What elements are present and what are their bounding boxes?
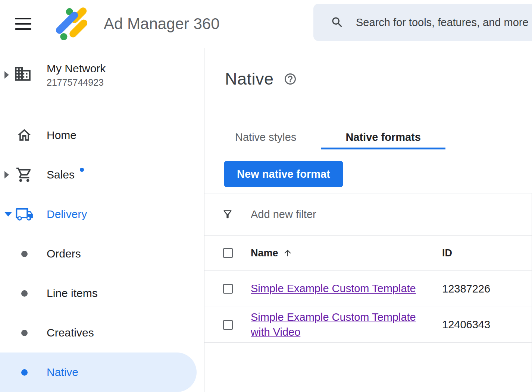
sidebar-item-label: Line items [47, 287, 98, 300]
sidebar-item-orders[interactable]: Orders [0, 234, 204, 274]
sidebar-item-label: Orders [47, 247, 81, 260]
table-row: Simple Example Custom Template with Vide… [204, 307, 532, 343]
native-format-link[interactable]: Simple Example Custom Template with Vide… [251, 311, 416, 338]
sidebar-item-label: Creatives [47, 326, 94, 339]
search-icon [331, 16, 344, 29]
sidebar-item-label: Delivery [47, 208, 87, 221]
column-header-label: Name [251, 247, 278, 259]
tab-native-styles[interactable]: Native styles [210, 125, 321, 149]
expand-down-icon[interactable] [4, 212, 12, 217]
top-bar: Ad Manager 360 [0, 0, 532, 48]
building-icon [13, 64, 32, 83]
help-icon[interactable] [284, 72, 297, 86]
network-id: 21775744923 [47, 77, 104, 88]
ad-manager-page: Ad Manager 360 My Network 21775744923 [0, 0, 532, 392]
ad-manager-logo[interactable] [54, 7, 89, 41]
bullet-icon [21, 330, 28, 336]
network-name: My Network [47, 62, 106, 75]
tab-label: Native styles [235, 131, 296, 143]
native-format-id: 12387226 [442, 283, 490, 295]
column-header-name[interactable]: Name [251, 247, 427, 259]
cart-icon [15, 166, 34, 183]
add-filter-label: Add new filter [251, 208, 316, 221]
table-header-row: Name ID [204, 235, 532, 271]
sidebar-item-line-items[interactable]: Line items [0, 274, 204, 313]
select-all-checkbox[interactable] [223, 248, 233, 258]
sidebar-item-label: Sales [47, 168, 75, 181]
sidebar-item-sales[interactable]: Sales [0, 155, 204, 195]
sidebar-item-label: Native [47, 366, 78, 379]
sidebar-nav: Home Sales Delivery [0, 100, 204, 392]
tab-label: Native formats [345, 131, 420, 143]
bullet-icon [21, 251, 28, 257]
expand-right-icon[interactable] [4, 171, 9, 178]
app-title: Ad Manager 360 [104, 15, 220, 33]
sidebar-item-label: Home [47, 129, 76, 142]
sidebar: My Network 21775744923 Home Sales [0, 48, 204, 392]
main-content: Native Native styles Native formats New … [204, 48, 532, 392]
bullet-icon [21, 369, 28, 376]
notification-dot [80, 168, 84, 172]
sort-up-icon [283, 248, 292, 258]
column-header-id: ID [442, 247, 452, 259]
page-title: Native [225, 69, 274, 89]
truck-icon [15, 205, 34, 224]
native-format-id: 12406343 [442, 319, 490, 331]
sidebar-item-creatives[interactable]: Creatives [0, 313, 204, 353]
add-filter-row[interactable]: Add new filter [204, 193, 532, 235]
tab-bar: Native styles Native formats [210, 125, 445, 149]
search-bar[interactable] [313, 4, 532, 41]
expand-right-icon[interactable] [4, 71, 9, 79]
native-format-link[interactable]: Simple Example Custom Template [251, 282, 416, 294]
tab-native-formats[interactable]: Native formats [321, 125, 445, 149]
search-input[interactable] [356, 16, 532, 29]
sidebar-item-home[interactable]: Home [0, 116, 204, 155]
hamburger-menu-icon[interactable] [15, 14, 31, 34]
row-checkbox[interactable] [223, 284, 233, 294]
table-empty-row [204, 343, 532, 382]
sidebar-item-delivery[interactable]: Delivery [0, 195, 204, 234]
page-title-row: Native [225, 69, 297, 89]
table-row: Simple Example Custom Template 12387226 [204, 271, 532, 307]
sidebar-item-native[interactable]: Native [0, 353, 197, 392]
new-native-format-button[interactable]: New native format [224, 161, 343, 187]
home-icon [15, 127, 34, 143]
native-formats-table-card: Add new filter Name ID [204, 193, 532, 382]
row-checkbox[interactable] [223, 320, 233, 330]
bullet-icon [21, 290, 28, 297]
filter-icon [222, 208, 234, 220]
network-selector[interactable]: My Network 21775744923 [0, 48, 204, 100]
